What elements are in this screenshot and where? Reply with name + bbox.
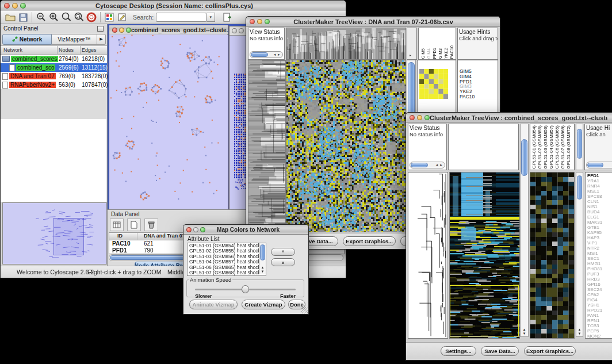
gene-label[interactable]: HRD3	[587, 277, 612, 282]
birdseye-view[interactable]	[2, 202, 107, 265]
tv2-row-dendrogram[interactable]	[408, 172, 448, 339]
export-graphics-button[interactable]: Export Graphics...	[343, 236, 396, 246]
tv2-gene-labels-panel[interactable]: PFD1YRA1RNR4MSL1SPC98CLN1NIS1BUD4ELG1MAK…	[585, 172, 612, 339]
slider-thumb[interactable]	[242, 285, 249, 293]
gene-label[interactable]: PAC10	[460, 94, 475, 99]
column-label[interactable]: PFD1	[432, 48, 437, 59]
search-input[interactable]	[156, 13, 206, 22]
search-dropdown[interactable]: ▾	[206, 13, 215, 22]
gene-label[interactable]: RNR4	[587, 183, 612, 189]
gene-label[interactable]: PFD1	[587, 173, 612, 178]
gene-label[interactable]: TCB3	[587, 323, 612, 328]
move-down-button[interactable]: v	[271, 258, 295, 266]
tab-vizmapper[interactable]: VizMapper™	[52, 34, 97, 45]
zoom-out-icon[interactable]	[35, 12, 47, 23]
resize-grip[interactable]	[301, 307, 308, 313]
network-list-row[interactable]: combined_scores2764(0)16218(0)	[1, 55, 107, 63]
tv2-status-scrollbar[interactable]: ◄ ►	[410, 162, 445, 168]
tab-overflow-arrow[interactable]: ▶	[97, 34, 106, 45]
create-vizmap-button[interactable]: Create Vizmap	[242, 300, 285, 309]
float-panel-icon[interactable]	[97, 26, 104, 32]
gene-label[interactable]: MSI1	[587, 251, 612, 256]
network-list-row[interactable]: RNAPuberNov2+563(0)107847(0)	[1, 81, 107, 89]
gene-label[interactable]: YSH1	[587, 302, 612, 308]
close-button[interactable]	[232, 28, 237, 33]
zoom-fit-icon[interactable]	[60, 12, 72, 23]
gene-label[interactable]: RPO21	[587, 308, 612, 313]
column-label[interactable]: GPL51-07 (GSM868)	[560, 125, 565, 169]
tv1-row1-scroll-strip[interactable]: ▸	[407, 28, 417, 60]
minimize-button[interactable]	[239, 28, 244, 33]
gene-label[interactable]: GPI16	[587, 282, 612, 287]
column-header-id[interactable]: ID	[117, 233, 123, 239]
column-label[interactable]: YKE2	[443, 48, 449, 59]
treeview2-titlebar[interactable]: ClusterMaker TreeView : combined_scores_…	[406, 113, 612, 123]
attribute-list-item[interactable]: GPL51-07 (GSM868) heat shock 60 min	[188, 270, 266, 275]
zoom-button[interactable]	[424, 115, 430, 120]
scroll-arrows[interactable]: ▲▼	[576, 328, 583, 336]
zoom-button[interactable]	[126, 28, 131, 33]
zoom-in-icon[interactable]	[47, 12, 60, 23]
close-button[interactable]	[186, 227, 192, 232]
tv2-zoom-vscrollbar[interactable]: ▲▼	[576, 172, 583, 337]
tv2-column-labels-panel[interactable]: GPL51-01 (GSM854)GPL51-02 (GSM855)GPL51-…	[530, 124, 575, 170]
tv2-usage-scrollbar[interactable]	[586, 162, 612, 168]
column-label[interactable]: GPL51-02 (GSM855)	[537, 125, 542, 169]
gene-label[interactable]: FIG4	[587, 297, 612, 302]
gene-label[interactable]: KAP95	[587, 230, 612, 235]
annotation-icon[interactable]	[116, 12, 128, 23]
gene-label[interactable]: HAP3	[587, 235, 612, 240]
gene-label[interactable]: PEP5	[587, 328, 612, 334]
network-list-row[interactable]: DNA and Tran 07769(0)183728(0)	[1, 72, 107, 81]
tv1-heatmap[interactable]	[286, 60, 406, 232]
column-label[interactable]: GIM3	[438, 48, 443, 59]
speed-slider[interactable]	[195, 289, 296, 290]
gene-label[interactable]: ELG1	[587, 214, 612, 220]
tv1-mini-heatmap[interactable]	[419, 69, 448, 99]
gene-label[interactable]: MSL1	[587, 189, 612, 194]
save-data-button[interactable]: Save Data...	[481, 346, 519, 356]
gene-label[interactable]: SEC1	[587, 256, 612, 261]
column-label[interactable]: GIM5	[420, 48, 426, 59]
gene-label[interactable]: NIS1	[587, 204, 612, 209]
column-label[interactable]: GPL51-08 (GSM872)	[566, 125, 571, 169]
minimize-button[interactable]	[119, 28, 124, 33]
zoom-button[interactable]	[265, 19, 270, 24]
export-graphics-button[interactable]: Export Graphics...	[524, 346, 576, 356]
tv1-column-dendrogram[interactable]	[286, 28, 406, 60]
minimize-button[interactable]	[193, 227, 198, 232]
gene-label[interactable]: CLN1	[587, 199, 612, 204]
tv2-zoom-view[interactable]	[530, 172, 575, 339]
gene-label[interactable]: SPC98	[587, 194, 612, 199]
gene-label[interactable]: CPA2	[587, 292, 612, 297]
open-session-button[interactable]	[4, 12, 17, 23]
column-label[interactable]: GPL51-04 (GSM857)	[549, 125, 554, 169]
column-label[interactable]: PAC10	[449, 45, 454, 59]
column-label[interactable]: GPL51-01 (GSM854)	[531, 125, 537, 169]
scroll-arrows[interactable]: ▲▼	[521, 328, 528, 336]
close-button[interactable]	[112, 28, 117, 33]
gene-label[interactable]: SEC24	[587, 287, 612, 292]
gene-label[interactable]: VIP1	[587, 240, 612, 246]
close-button[interactable]	[410, 115, 415, 120]
scroll-arrows[interactable]: ◄ ►	[273, 53, 282, 56]
close-button[interactable]	[250, 19, 255, 24]
select-attributes-icon[interactable]	[110, 219, 124, 231]
tv2-labels-vscrollbar[interactable]	[576, 124, 583, 170]
save-session-button[interactable]	[17, 12, 29, 23]
minimize-button[interactable]	[257, 19, 262, 24]
main-titlebar[interactable]: Cytoscape Desktop (Session Name: collins…	[1, 1, 346, 12]
column-label[interactable]: GPL51-03 (GSM856)	[543, 125, 548, 169]
attribute-list-vscrollbar[interactable]: ▲▼	[259, 243, 266, 274]
network-canvas[interactable]	[109, 35, 227, 209]
minimize-button[interactable]	[417, 115, 422, 120]
gene-label[interactable]: BUD4	[587, 209, 612, 214]
zoom-button[interactable]	[20, 3, 26, 9]
gene-label[interactable]: RPN1	[587, 318, 612, 323]
tv2-global-vscrollbar[interactable]: ▲▼	[520, 124, 529, 337]
minimize-button[interactable]	[12, 3, 18, 9]
close-button[interactable]	[4, 3, 10, 9]
delete-attribute-icon[interactable]	[144, 219, 158, 231]
column-label[interactable]: GPL51-06 (GSM865)	[554, 125, 560, 169]
treeview1-titlebar[interactable]: ClusterMaker TreeView : DNA and Tran 07-…	[246, 17, 500, 27]
